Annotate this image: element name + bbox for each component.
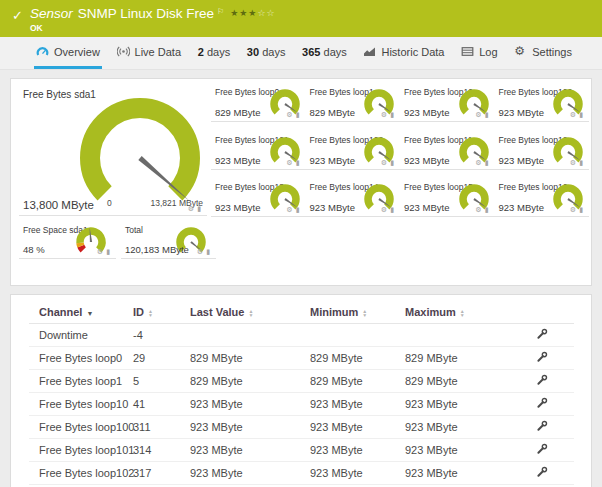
gauge-tile-free-bytes-loop100[interactable]: Free Bytes loop100923 MByte⚙▮ bbox=[495, 85, 590, 122]
pin-icon[interactable]: ▮ bbox=[296, 111, 301, 119]
pin-icon[interactable]: ▮ bbox=[106, 248, 111, 256]
gauge-tile-total[interactable]: Total120,183 MByte⚙▮ bbox=[121, 223, 216, 259]
gauge-tile-free-bytes-loop10[interactable]: Free Bytes loop10923 MByte⚙▮ bbox=[400, 85, 495, 122]
gauge-value: 923 MByte bbox=[404, 202, 449, 213]
pin-icon[interactable]: ▮ bbox=[206, 248, 211, 256]
tile-icon-group: ⚙▮ bbox=[188, 205, 202, 213]
gear-icon[interactable]: ⚙ bbox=[570, 111, 577, 119]
sensor-title-block: Sensor SNMP Linux Disk Free ⚐ ★★★☆☆ OK bbox=[30, 6, 276, 33]
gauge-value: 923 MByte bbox=[499, 155, 544, 166]
tile-icon-group: ⚙▮ bbox=[475, 111, 489, 119]
gear-icon[interactable]: ⚙ bbox=[475, 159, 482, 167]
star-empty-icon[interactable]: ☆ bbox=[266, 8, 275, 18]
tab-overview[interactable]: Overview bbox=[34, 37, 102, 69]
cell-minimum: 829 MByte bbox=[300, 370, 395, 393]
column-header-minimum[interactable]: Minimum▲▼ bbox=[300, 300, 395, 324]
gauge-tile-free-bytes-loop1[interactable]: Free Bytes loop1829 MByte⚙▮ bbox=[306, 85, 401, 122]
star-filled-icon[interactable]: ★ bbox=[239, 8, 248, 18]
column-header-last-value[interactable]: Last Value▲▼ bbox=[180, 300, 300, 324]
tab-settings[interactable]: ⚙Settings bbox=[512, 37, 574, 69]
gear-icon[interactable]: ⚙ bbox=[381, 206, 388, 214]
gear-icon[interactable]: ⚙ bbox=[286, 206, 293, 214]
cell-maximum: 923 MByte bbox=[395, 393, 526, 416]
pin-icon[interactable]: ▮ bbox=[485, 206, 490, 214]
gauge-value: 923 MByte bbox=[499, 202, 544, 213]
gauge-tile-free-bytes-loop0[interactable]: Free Bytes loop0829 MByte⚙▮ bbox=[211, 85, 306, 122]
gear-icon[interactable]: ⚙ bbox=[197, 248, 204, 256]
wrench-icon[interactable] bbox=[536, 466, 548, 480]
gauge-tile-free-bytes-loop15[interactable]: Free Bytes loop15923 MByte⚙▮ bbox=[400, 180, 495, 217]
gear-icon[interactable]: ⚙ bbox=[381, 111, 388, 119]
gauge-tile-free-bytes-loop101[interactable]: Free Bytes loop101923 MByte⚙▮ bbox=[211, 133, 306, 170]
gauge-tile-free-bytes-loop102[interactable]: Free Bytes loop102923 MByte⚙▮ bbox=[306, 133, 401, 170]
pin-icon[interactable]: ▮ bbox=[390, 206, 395, 214]
cell-actions bbox=[526, 324, 574, 347]
pin-icon[interactable]: ▮ bbox=[197, 205, 202, 213]
wrench-icon[interactable] bbox=[536, 328, 548, 342]
gauge-tile-primary[interactable]: Free Bytes sda113,800 MByte013,821 MByte… bbox=[19, 85, 207, 216]
gauge-tile-free-bytes-loop11[interactable]: Free Bytes loop11923 MByte⚙▮ bbox=[400, 133, 495, 170]
gear-icon[interactable]: ⚙ bbox=[188, 205, 195, 213]
tile-icon-group: ⚙▮ bbox=[570, 206, 584, 214]
tile-icon-group: ⚙▮ bbox=[381, 111, 395, 119]
gear-icon[interactable]: ⚙ bbox=[286, 159, 293, 167]
column-header-maximum[interactable]: Maximum▲▼ bbox=[395, 300, 526, 324]
pin-icon[interactable]: ▮ bbox=[390, 159, 395, 167]
gear-icon[interactable]: ⚙ bbox=[570, 159, 577, 167]
tab-live-data[interactable]: Live Data bbox=[115, 37, 183, 69]
gauge-title: Total bbox=[125, 225, 143, 235]
gear-icon[interactable]: ⚙ bbox=[475, 111, 482, 119]
cell-last-value bbox=[180, 324, 300, 347]
cell-id: 41 bbox=[123, 393, 180, 416]
tab-label: 30 days bbox=[247, 46, 286, 58]
wrench-icon[interactable] bbox=[536, 351, 548, 365]
pin-icon[interactable]: ▮ bbox=[296, 159, 301, 167]
gauge-tile-free-bytes-loop13[interactable]: Free Bytes loop13923 MByte⚙▮ bbox=[211, 180, 306, 217]
channels-panel: Channel▼ID▲▼Last Value▲▼Minimum▲▼Maximum… bbox=[10, 294, 592, 487]
cell-last-value: 923 MByte bbox=[180, 462, 300, 485]
gauge-tile-free-bytes-loop14[interactable]: Free Bytes loop14923 MByte⚙▮ bbox=[306, 180, 401, 217]
cell-maximum: 829 MByte bbox=[395, 370, 526, 393]
pin-icon[interactable]: ▮ bbox=[485, 111, 490, 119]
pin-icon[interactable]: ▮ bbox=[296, 206, 301, 214]
column-header-id[interactable]: ID▲▼ bbox=[123, 300, 180, 324]
wrench-icon[interactable] bbox=[536, 443, 548, 457]
wrench-icon[interactable] bbox=[536, 397, 548, 411]
gauge-value: 923 MByte bbox=[404, 155, 449, 166]
tab-log[interactable]: Log bbox=[459, 37, 499, 69]
wrench-icon[interactable] bbox=[536, 420, 548, 434]
cell-minimum bbox=[300, 324, 395, 347]
table-row: Free Bytes loop100311923 MByte923 MByte9… bbox=[29, 416, 574, 439]
priority-rating[interactable]: ★★★☆☆ bbox=[230, 6, 275, 21]
gauge-tile-free-bytes-loop16[interactable]: Free Bytes loop16923 MByte⚙▮ bbox=[495, 180, 590, 217]
star-filled-icon[interactable]: ★ bbox=[230, 8, 239, 18]
cell-last-value: 829 MByte bbox=[180, 370, 300, 393]
gear-icon[interactable]: ⚙ bbox=[97, 248, 104, 256]
gear-icon[interactable]: ⚙ bbox=[570, 206, 577, 214]
cell-actions bbox=[526, 370, 574, 393]
cell-last-value: 923 MByte bbox=[180, 393, 300, 416]
gauge-tile-free-space-sda1[interactable]: Free Space sda148 %⚙▮ bbox=[19, 223, 116, 259]
pin-icon[interactable]: ▮ bbox=[485, 159, 490, 167]
pin-icon[interactable]: ▮ bbox=[390, 111, 395, 119]
gear-icon[interactable]: ⚙ bbox=[475, 206, 482, 214]
channels-table: Channel▼ID▲▼Last Value▲▼Minimum▲▼Maximum… bbox=[29, 300, 574, 487]
pin-icon[interactable]: ▮ bbox=[579, 206, 584, 214]
tab-365-days[interactable]: 365 days bbox=[300, 37, 349, 69]
gear-icon[interactable]: ⚙ bbox=[286, 111, 293, 119]
cell-minimum: 923 MByte bbox=[300, 393, 395, 416]
log-icon bbox=[461, 45, 474, 58]
column-header-channel[interactable]: Channel▼ bbox=[29, 300, 123, 324]
pin-icon[interactable]: ▮ bbox=[579, 111, 584, 119]
cell-actions bbox=[526, 393, 574, 416]
gear-icon[interactable]: ⚙ bbox=[381, 159, 388, 167]
pin-icon[interactable]: ▮ bbox=[579, 159, 584, 167]
wrench-icon[interactable] bbox=[536, 374, 548, 388]
tab-historic-data[interactable]: Historic Data bbox=[361, 37, 446, 69]
tab-30-days[interactable]: 30 days bbox=[245, 37, 288, 69]
gauge-tile-free-bytes-loop12[interactable]: Free Bytes loop12923 MByte⚙▮ bbox=[495, 133, 590, 170]
gauge-value: 120,183 MByte bbox=[125, 244, 189, 255]
tab-label: Overview bbox=[54, 46, 100, 58]
tab-2-days[interactable]: 2 days bbox=[196, 37, 232, 69]
flag-icon[interactable]: ⚐ bbox=[217, 4, 224, 19]
